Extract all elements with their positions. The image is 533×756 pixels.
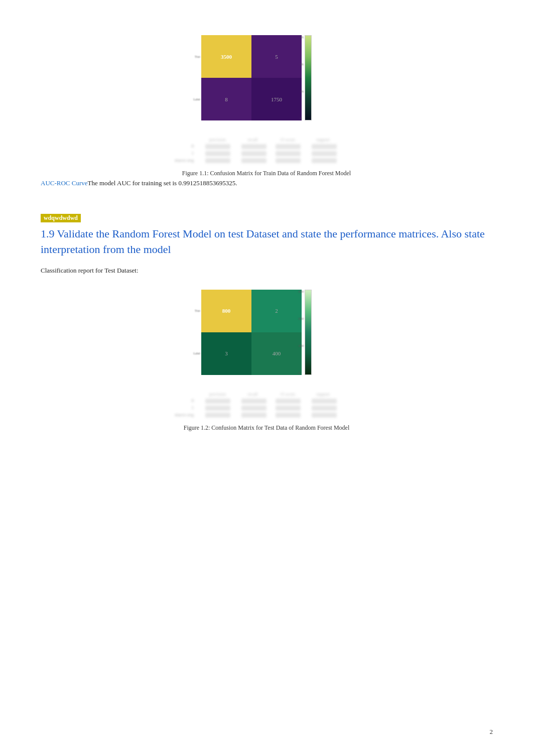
test-stats: precision recall f1-score support 0 1 <box>164 390 344 419</box>
auc-roc-text: The model AUC for training set is 0.9912… <box>88 179 237 187</box>
test-matrix-grid: 800 2 3 400 <box>201 290 302 375</box>
test-colorbar <box>305 290 312 375</box>
figure1-container: True Label 3500 5 8 1750 <box>41 30 492 165</box>
train-matrix-wrapper: True Label 3500 5 8 1750 <box>151 30 342 165</box>
test-matrix-visual: True Label 800 2 3 400 <box>181 285 312 385</box>
section-tag: wdqwdwdwd <box>41 213 492 226</box>
test-cell-br: 400 <box>251 332 302 375</box>
matrix-cell-tr: 5 <box>251 35 302 78</box>
test-matrix-wrapper: True Label 800 2 3 400 <box>151 285 342 419</box>
train-colorbar-labels: 3k 2k 1k 0 <box>300 35 304 120</box>
auc-roc-line: AUC-ROC CurveThe model AUC for training … <box>41 178 492 188</box>
auc-roc-link[interactable]: AUC-ROC Curve <box>41 179 88 187</box>
classification-text: Classification report for Test Dataset: <box>41 267 492 275</box>
page-number: 2 <box>490 728 493 736</box>
figure2-container: True Label 800 2 3 400 <box>41 285 492 419</box>
matrix-cell-bl: 8 <box>201 78 251 120</box>
test-cell-tr: 2 <box>251 290 302 332</box>
train-colorbar <box>305 35 312 120</box>
figure2-caption: Figure 1.2: Confusion Matrix for Test Da… <box>41 424 492 432</box>
section-heading: 1.9 Validate the Random Forest Model on … <box>41 226 492 258</box>
test-cell-bl: 3 <box>201 332 251 375</box>
train-stats: precision recall f1-score support 0 1 <box>164 136 344 165</box>
test-y-axis-labels: True Label <box>181 290 200 375</box>
matrix-cell-br: 1750 <box>251 78 302 120</box>
y-axis-labels: True Label <box>181 35 200 120</box>
page-content: True Label 3500 5 8 1750 <box>41 30 492 432</box>
train-matrix-visual: True Label 3500 5 8 1750 <box>181 30 312 131</box>
test-cell-tl: 800 <box>201 290 251 332</box>
test-colorbar-labels: 800 600 400 0 <box>299 290 304 375</box>
matrix-cell-tl: 3500 <box>201 35 251 78</box>
train-matrix-grid: 3500 5 8 1750 <box>201 35 302 120</box>
figure1-caption: Figure 1.1: Confusion Matrix for Train D… <box>41 170 492 177</box>
